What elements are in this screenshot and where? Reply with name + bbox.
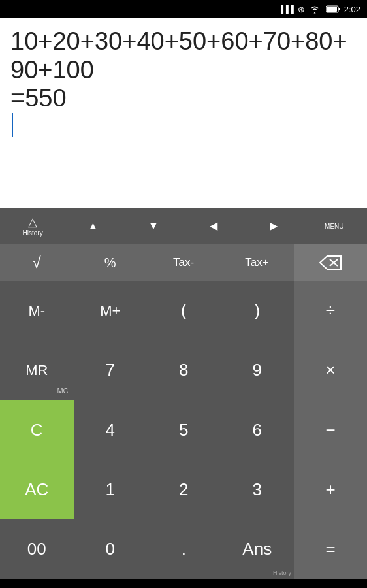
key-6[interactable]: 6 <box>221 400 295 459</box>
key-row-3: C 4 5 6 <box>0 400 294 459</box>
side-keys-column: ÷ × − + = <box>294 281 367 579</box>
key-9[interactable]: 9 <box>221 340 295 400</box>
key-decimal[interactable]: . <box>147 519 221 579</box>
back-button[interactable]: ← <box>0 579 122 588</box>
key-2[interactable]: 2 <box>147 460 221 519</box>
key-open-paren[interactable]: ( <box>147 281 221 340</box>
mc-sub-label: MC <box>57 387 68 395</box>
key-ac[interactable]: AC <box>0 460 74 519</box>
down-arrow-icon: ▼ <box>148 221 159 231</box>
sqrt-label: √ <box>33 253 41 272</box>
signal-icon: ▐▐▐ <box>278 5 293 13</box>
key-m-plus[interactable]: M+ <box>74 281 148 340</box>
sqrt-button[interactable]: √ <box>0 244 73 281</box>
key-4[interactable]: 4 <box>74 400 148 459</box>
scroll-up-button[interactable]: ▲ <box>63 208 123 244</box>
tax-plus-label: Tax+ <box>245 256 268 269</box>
app-container: 10+20+30+40+50+60+70+80+90+100 =550 △ Hi… <box>0 18 367 579</box>
main-keys-grid: M- M+ ( ) MR MC <box>0 281 294 579</box>
key-1[interactable]: 1 <box>74 460 148 519</box>
key-3[interactable]: 3 <box>221 460 295 519</box>
key-c[interactable]: C <box>0 400 74 459</box>
ans-history-sublabel: History <box>273 570 291 576</box>
scroll-left-button[interactable]: ◀ <box>184 208 244 244</box>
key-row-5: 00 0 . Ans History <box>0 519 294 579</box>
history-button[interactable]: △ History <box>3 208 63 244</box>
recents-button[interactable] <box>245 579 367 588</box>
display-cursor <box>12 113 13 137</box>
keypad: M- M+ ( ) MR MC <box>0 281 367 579</box>
right-arrow-icon: ▶ <box>270 221 278 231</box>
key-close-paren[interactable]: ) <box>221 281 295 340</box>
key-row-1: M- M+ ( ) <box>0 281 294 340</box>
percent-label: % <box>104 255 116 270</box>
key-row-4: AC 1 2 3 <box>0 460 294 519</box>
up-arrow-icon: ▲ <box>88 221 99 231</box>
backspace-icon <box>319 255 342 270</box>
home-button[interactable] <box>122 579 244 588</box>
menu-label: MENU <box>325 223 343 230</box>
key-5[interactable]: 5 <box>147 400 221 459</box>
scroll-down-button[interactable]: ▼ <box>123 208 184 244</box>
tax-minus-label: Tax- <box>173 256 194 269</box>
svg-rect-2 <box>338 8 340 10</box>
menu-button[interactable]: MENU <box>304 208 364 244</box>
key-divide[interactable]: ÷ <box>294 281 367 340</box>
key-multiply[interactable]: × <box>294 340 367 400</box>
key-8[interactable]: 8 <box>147 340 221 400</box>
battery-icon <box>326 5 340 13</box>
key-ans[interactable]: Ans History <box>221 519 295 579</box>
key-7[interactable]: 7 <box>74 340 148 400</box>
status-bar: ▐▐▐ ⊛ 2:02 <box>0 0 367 18</box>
display-result: =550 <box>10 84 357 113</box>
status-time: 2:02 <box>344 5 360 14</box>
tax-plus-button[interactable]: Tax+ <box>220 244 293 281</box>
key-m-minus[interactable]: M- <box>0 281 74 340</box>
key-add[interactable]: + <box>294 460 367 519</box>
bottom-navigation-bar: ← <box>0 579 367 588</box>
percent-button[interactable]: % <box>73 244 146 281</box>
nav-row: △ History ▲ ▼ ◀ ▶ MENU <box>0 208 367 244</box>
wifi-signal-icon <box>309 5 321 14</box>
key-0[interactable]: 0 <box>74 519 148 579</box>
scroll-right-button[interactable]: ▶ <box>244 208 304 244</box>
key-subtract[interactable]: − <box>294 400 367 459</box>
key-row-2: MR MC 7 8 9 <box>0 340 294 400</box>
wifi-icon: ⊛ <box>298 5 305 14</box>
key-equals[interactable]: = <box>294 519 367 579</box>
display-area: 10+20+30+40+50+60+70+80+90+100 =550 <box>0 18 367 208</box>
key-double-zero[interactable]: 00 <box>0 519 74 579</box>
function-row: √ % Tax- Tax+ <box>0 244 367 281</box>
history-triangle-icon: △ <box>28 216 37 228</box>
backspace-button[interactable] <box>294 244 367 281</box>
left-arrow-icon: ◀ <box>210 221 217 231</box>
tax-minus-button[interactable]: Tax- <box>147 244 220 281</box>
display-expression: 10+20+30+40+50+60+70+80+90+100 <box>10 27 357 84</box>
calculator-body: △ History ▲ ▼ ◀ ▶ MENU √ <box>0 208 367 579</box>
key-mr-mc[interactable]: MR MC <box>0 340 74 400</box>
history-label: History <box>23 229 43 237</box>
svg-rect-1 <box>327 7 337 12</box>
